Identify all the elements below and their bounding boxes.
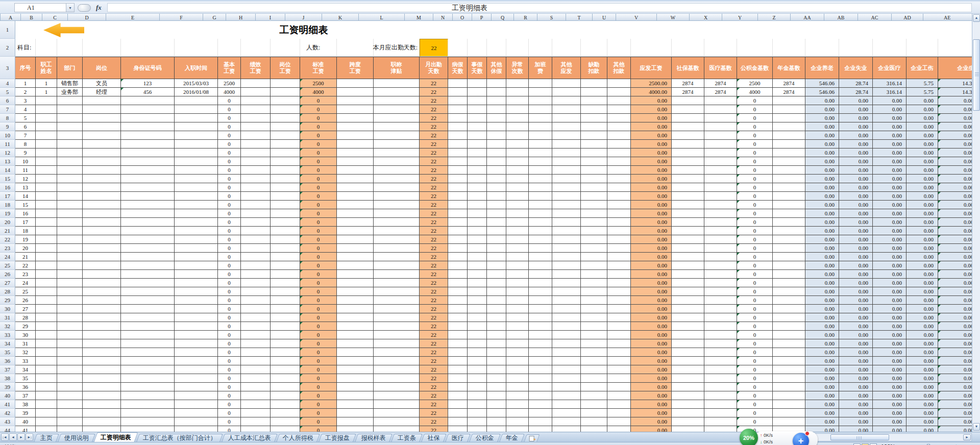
header-cell-AE[interactable]: 企业生育 <box>938 57 972 79</box>
cell-B33[interactable] <box>36 331 57 339</box>
cell-AE27[interactable]: 0.00 <box>938 279 972 287</box>
column-header-K[interactable]: K <box>322 14 359 21</box>
cell-AA26[interactable]: 0.00 <box>805 270 839 279</box>
cell-K27[interactable] <box>337 279 374 287</box>
cell-F35[interactable] <box>175 348 218 357</box>
cell-S7[interactable] <box>552 105 581 114</box>
cell-M5[interactable]: 22 <box>420 88 448 96</box>
cell-R39[interactable] <box>529 383 552 391</box>
cell-S12[interactable] <box>552 149 581 157</box>
cell-H41[interactable] <box>241 400 271 409</box>
column-header-AE[interactable]: AE <box>923 14 972 21</box>
cell-A26[interactable]: 23 <box>15 270 36 279</box>
cell-AB42[interactable]: 0.00 <box>839 409 873 417</box>
row-header-17[interactable]: 17 <box>0 192 15 201</box>
header-cell-M[interactable]: 月出勤 天数 <box>420 57 448 79</box>
cell-X21[interactable] <box>704 227 737 235</box>
cell-AD13[interactable]: 0.00 <box>906 157 938 166</box>
horizontal-scrollbar[interactable]: ◄ ► <box>803 433 972 441</box>
cell-AE11[interactable]: 0.00 <box>938 140 972 149</box>
insert-function-button[interactable] <box>78 4 91 12</box>
cell-J44[interactable]: 0 <box>300 426 337 432</box>
cell-Z6[interactable] <box>773 96 805 105</box>
cell-B11[interactable] <box>36 140 57 149</box>
cell-Y36[interactable]: 0 <box>737 357 773 365</box>
cell-N44[interactable] <box>448 426 468 432</box>
cell-AB4[interactable]: 28.74 <box>839 79 873 88</box>
column-header-AA[interactable]: AA <box>791 14 824 21</box>
cell-Z38[interactable] <box>773 374 805 383</box>
cell-I20[interactable] <box>271 218 300 227</box>
cell-P13[interactable] <box>487 157 506 166</box>
row-header-9[interactable]: 9 <box>0 122 15 131</box>
sheet-tab-工资报盘[interactable]: 工资报盘 <box>318 434 356 442</box>
cell-AE41[interactable]: 0.00 <box>938 400 972 409</box>
cell-D32[interactable] <box>83 322 121 331</box>
cell-E8[interactable] <box>121 114 175 122</box>
cell-X38[interactable] <box>704 374 737 383</box>
cell-AE25[interactable]: 0.00 <box>938 261 972 270</box>
cell-AC2[interactable] <box>873 39 906 57</box>
cell-N13[interactable] <box>448 157 468 166</box>
cell-G23[interactable]: 0 <box>218 244 241 253</box>
cell-L27[interactable] <box>374 279 420 287</box>
cell-B15[interactable] <box>36 175 57 183</box>
cell-Q5[interactable] <box>506 88 529 96</box>
cell-K35[interactable] <box>337 348 374 357</box>
cell-AA35[interactable]: 0.00 <box>805 348 839 357</box>
cell-X27[interactable] <box>704 279 737 287</box>
row-header-5[interactable]: 5 <box>0 88 15 96</box>
cell-O19[interactable] <box>468 209 487 218</box>
cell-AB36[interactable]: 0.00 <box>839 357 873 365</box>
cell-AB13[interactable]: 0.00 <box>839 157 873 166</box>
cell-AB40[interactable]: 0.00 <box>839 391 873 400</box>
cell-Q42[interactable] <box>506 409 529 417</box>
header-cell-W[interactable]: 社保基数 <box>672 57 704 79</box>
cell-K4[interactable] <box>337 79 374 88</box>
cell-L16[interactable] <box>374 183 420 192</box>
cell-AD44[interactable]: 0.00 <box>906 426 938 432</box>
cell-L28[interactable] <box>374 287 420 296</box>
cell-K23[interactable] <box>337 244 374 253</box>
cell-X4[interactable]: 2874 <box>704 79 737 88</box>
cell-H28[interactable] <box>241 287 271 296</box>
cell-S36[interactable] <box>552 357 581 365</box>
cell-L21[interactable] <box>374 227 420 235</box>
cell-X34[interactable] <box>704 339 737 348</box>
cell-G11[interactable]: 0 <box>218 140 241 149</box>
cell-AE40[interactable]: 0.00 <box>938 391 972 400</box>
cell-Z18[interactable] <box>773 201 805 209</box>
cell-AA19[interactable]: 0.00 <box>805 209 839 218</box>
cell-Q14[interactable] <box>506 166 529 175</box>
cell-AE10[interactable]: 0.00 <box>938 131 972 140</box>
cell-O23[interactable] <box>468 244 487 253</box>
cell-AC39[interactable]: 0.00 <box>873 383 906 391</box>
cell-O24[interactable] <box>468 253 487 261</box>
cell-K20[interactable] <box>337 218 374 227</box>
cell-S32[interactable] <box>552 322 581 331</box>
cell-D24[interactable] <box>83 253 121 261</box>
cell-AB19[interactable]: 0.00 <box>839 209 873 218</box>
cell-L37[interactable] <box>374 365 420 374</box>
cell-W13[interactable] <box>672 157 704 166</box>
cell-AB37[interactable]: 0.00 <box>839 365 873 374</box>
cell-F32[interactable] <box>175 322 218 331</box>
cell-R20[interactable] <box>529 218 552 227</box>
cell-X39[interactable] <box>704 383 737 391</box>
cell-Q31[interactable] <box>506 313 529 322</box>
cell-P19[interactable] <box>487 209 506 218</box>
row-header-26[interactable]: 26 <box>0 270 15 279</box>
cell-O7[interactable] <box>468 105 487 114</box>
cell-E24[interactable] <box>121 253 175 261</box>
header-cell-E[interactable]: 身份证号码 <box>121 57 175 79</box>
cell-AB31[interactable]: 0.00 <box>839 313 873 322</box>
cell-W39[interactable] <box>672 383 704 391</box>
cell-V17[interactable]: 0.00 <box>631 192 672 201</box>
cell-F21[interactable] <box>175 227 218 235</box>
cell-E15[interactable] <box>121 175 175 183</box>
cell-V40[interactable]: 0.00 <box>631 391 672 400</box>
cell-J26[interactable]: 0 <box>300 270 337 279</box>
cell-Z34[interactable] <box>773 339 805 348</box>
cell-X35[interactable] <box>704 348 737 357</box>
cell-N37[interactable] <box>448 365 468 374</box>
